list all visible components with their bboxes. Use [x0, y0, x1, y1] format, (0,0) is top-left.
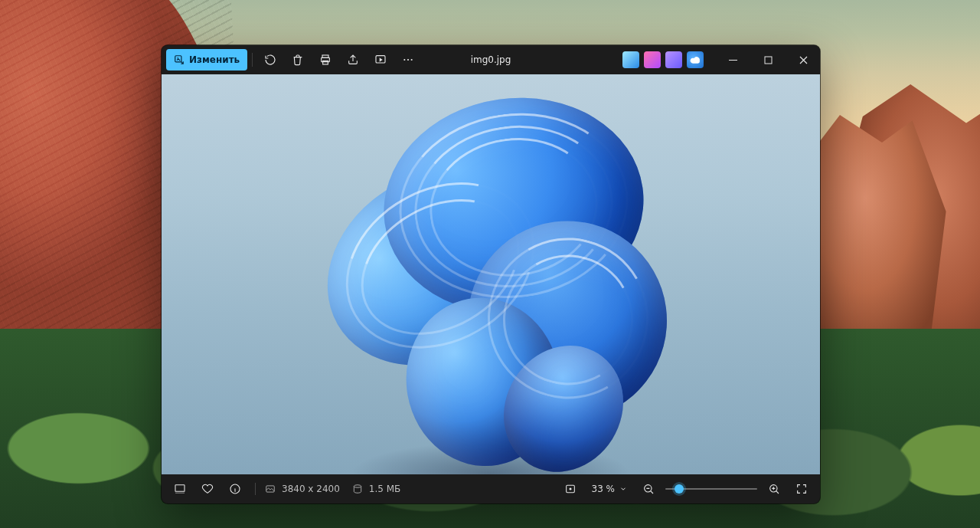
image-dimensions: 3840 x 2400	[282, 484, 340, 494]
zoom-out-icon	[642, 483, 655, 495]
slideshow-button[interactable]	[368, 49, 394, 71]
info-icon	[229, 483, 241, 495]
trash-icon	[292, 54, 304, 66]
printer-icon	[319, 54, 332, 66]
share-icon	[347, 54, 359, 66]
file-size: 1.5 МБ	[369, 484, 400, 494]
svg-rect-11	[175, 485, 185, 492]
displayed-image	[276, 91, 705, 474]
filename-label: img0.jpg	[471, 54, 511, 65]
window-minimize-button[interactable]	[716, 45, 750, 74]
share-button[interactable]	[340, 49, 366, 71]
edit-button-label: Изменить	[189, 54, 240, 65]
filmstrip-icon	[174, 483, 186, 495]
svg-rect-10	[765, 57, 772, 64]
minimize-icon	[729, 56, 737, 64]
filmstrip-toggle-button[interactable]	[169, 478, 191, 500]
resolution-icon	[265, 484, 276, 494]
window-close-button[interactable]	[786, 45, 820, 74]
svg-rect-12	[175, 493, 185, 494]
cloud-icon	[690, 56, 701, 64]
storage-icon	[352, 484, 363, 494]
app-icon-clipchamp[interactable]	[665, 51, 682, 68]
maximize-icon	[764, 56, 773, 64]
rotate-icon	[264, 54, 276, 66]
fullscreen-icon	[795, 483, 808, 495]
favorite-button[interactable]	[197, 478, 218, 500]
rotate-button[interactable]	[257, 49, 283, 71]
actual-size-icon	[564, 483, 577, 495]
edit-button[interactable]: Изменить	[166, 49, 247, 71]
photos-app-window: Изменить	[162, 45, 820, 503]
zoom-slider-thumb[interactable]	[675, 484, 684, 494]
edit-image-icon	[174, 54, 185, 65]
svg-rect-4	[323, 61, 328, 64]
titlebar-left-group: Изменить	[166, 49, 421, 71]
toolbar-divider	[252, 53, 253, 67]
file-info-button[interactable]	[224, 478, 246, 500]
zoom-in-button[interactable]	[763, 478, 785, 500]
delete-button[interactable]	[285, 49, 311, 71]
more-button[interactable]	[395, 49, 421, 71]
statusbar-divider	[255, 483, 256, 495]
zoom-in-icon	[768, 483, 780, 495]
more-horizontal-icon	[402, 54, 414, 66]
statusbar: 3840 x 2400 1.5 МБ 33 %	[162, 474, 820, 503]
app-icon-photos[interactable]	[622, 51, 639, 68]
chevron-down-icon	[619, 485, 627, 493]
image-viewport[interactable]	[162, 74, 820, 474]
actual-size-button[interactable]	[560, 478, 581, 500]
svg-point-1	[177, 57, 178, 59]
titlebar-right-group	[621, 45, 820, 74]
zoom-slider[interactable]	[665, 482, 757, 496]
heart-icon	[201, 483, 214, 495]
svg-point-15	[354, 485, 361, 488]
close-icon	[799, 56, 808, 64]
svg-rect-9	[729, 60, 737, 61]
svg-point-6	[403, 59, 405, 61]
fullscreen-button[interactable]	[791, 478, 812, 500]
app-icon-onedrive[interactable]	[687, 51, 704, 68]
app-icon-designer[interactable]	[644, 51, 661, 68]
zoom-percent-label: 33 %	[592, 484, 616, 494]
svg-point-17	[569, 487, 571, 490]
window-maximize-button[interactable]	[751, 45, 785, 74]
zoom-percent-dropdown[interactable]: 33 %	[587, 484, 632, 494]
titlebar: Изменить	[162, 45, 820, 74]
print-button[interactable]	[312, 49, 338, 71]
svg-point-7	[407, 59, 409, 61]
svg-point-8	[411, 59, 413, 61]
zoom-out-button[interactable]	[638, 478, 659, 500]
slideshow-icon	[374, 54, 387, 66]
